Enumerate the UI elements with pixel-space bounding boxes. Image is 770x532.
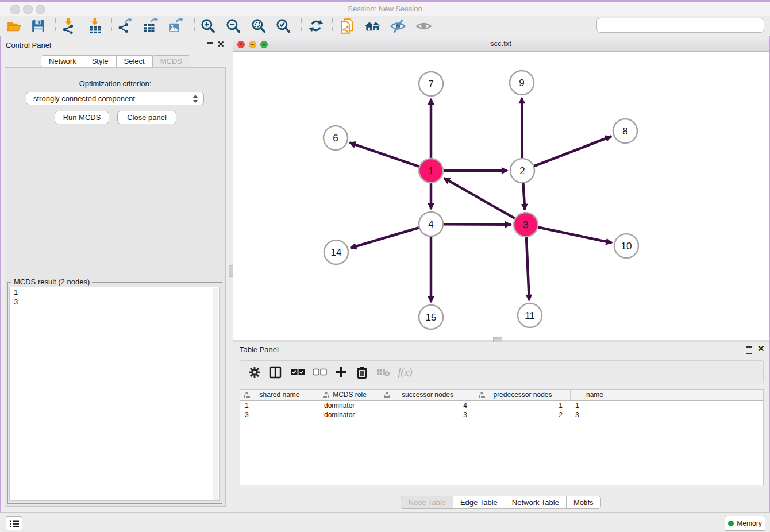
control-panel-header: Control Panel ✕ [0, 36, 231, 53]
column-header[interactable]: MCDS role [319, 390, 380, 400]
tab-mcds[interactable]: MCDS [153, 55, 190, 68]
export-network-icon [117, 18, 133, 34]
table-cell[interactable]: 3 [240, 410, 319, 419]
toolbar-separator [301, 18, 302, 33]
column-header-label: predecessor nodes [493, 391, 552, 399]
network-close-button[interactable]: × [237, 41, 245, 48]
add-column-button[interactable] [332, 364, 349, 381]
zoom-out-button[interactable] [224, 17, 242, 35]
table-settings-button[interactable] [246, 364, 263, 381]
checked-boxes-icon [291, 368, 305, 376]
graph-edge[interactable] [534, 136, 611, 166]
tab-style[interactable]: Style [84, 55, 117, 68]
graph-node-label: 9 [519, 78, 524, 88]
column-header[interactable]: predecessor nodes [475, 390, 571, 400]
table-cell[interactable]: dominator [319, 410, 380, 419]
network-canvas[interactable]: 7968124314101511 [233, 52, 769, 340]
toggle-columns-button[interactable] [267, 364, 284, 381]
graph-edge[interactable] [523, 183, 525, 210]
export-table-icon [143, 18, 159, 34]
table-cell[interactable]: 1 [240, 401, 319, 410]
import-table-button[interactable] [86, 17, 105, 35]
table-cell[interactable]: 3 [571, 410, 619, 419]
network-minimize-button[interactable]: − [249, 41, 256, 48]
column-header[interactable]: successor nodes [380, 390, 475, 400]
delete-column-button[interactable] [353, 364, 371, 381]
table-toolbar: f(x) [240, 360, 764, 383]
table-cell[interactable]: 1 [475, 401, 571, 410]
graph-node-label: 11 [525, 310, 535, 321]
mcds-result-box[interactable]: 13 [9, 287, 220, 501]
hide-selected-button[interactable] [388, 17, 407, 35]
table-cell[interactable]: 3 [380, 410, 475, 419]
tab-network-table[interactable]: Network Table [505, 496, 567, 509]
zoom-in-button[interactable] [199, 17, 217, 35]
network-graph[interactable]: 7968124314101511 [233, 52, 769, 340]
table-cell[interactable]: 4 [380, 401, 475, 410]
tab-edge-table[interactable]: Edge Table [453, 496, 505, 509]
mcds-result-title: MCDS result (2 nodes) [11, 277, 92, 286]
attribute-icon [384, 392, 390, 398]
table-row[interactable]: 1dominator411 [240, 401, 763, 410]
memory-button[interactable]: Memory [725, 516, 765, 531]
export-image-button[interactable] [167, 17, 185, 35]
zoom-fit-button[interactable] [249, 17, 268, 35]
search-input[interactable] [596, 18, 764, 33]
graph-edge[interactable] [444, 224, 511, 225]
column-header[interactable]: name [571, 390, 619, 400]
delete-table-button[interactable] [375, 364, 392, 381]
tab-network[interactable]: Network [41, 55, 84, 68]
duplicate-network-button[interactable] [338, 17, 356, 35]
deselect-all-button[interactable] [311, 364, 328, 381]
zoom-selected-button[interactable] [274, 17, 292, 35]
network-maximize-button[interactable]: + [260, 41, 268, 48]
float-panel-icon[interactable] [207, 41, 213, 52]
graph-edge[interactable] [538, 228, 612, 243]
table-cell[interactable]: 2 [475, 410, 571, 419]
close-panel-icon[interactable]: ✕ [217, 41, 225, 47]
network-window-title: scc.txt [233, 36, 769, 51]
save-session-button[interactable] [29, 17, 47, 35]
result-scrollbar[interactable] [213, 288, 218, 500]
function-builder-button[interactable]: f(x) [396, 364, 414, 381]
graph-node-label: 1 [428, 165, 433, 176]
export-table-button[interactable] [141, 17, 160, 35]
tab-motifs[interactable]: Motifs [567, 496, 601, 509]
apply-layout-button[interactable] [307, 17, 325, 35]
graph-edge[interactable] [522, 98, 522, 158]
attribute-icon [244, 392, 250, 398]
graph-edge[interactable] [444, 178, 515, 218]
zoom-fit-icon [251, 18, 267, 34]
close-panel-button[interactable]: Close panel [117, 111, 176, 124]
show-selected-button[interactable] [414, 17, 433, 35]
table-row[interactable]: 3dominator323 [240, 410, 763, 419]
import-network-icon [61, 18, 77, 34]
close-table-panel-icon[interactable]: ✕ [757, 346, 765, 352]
title-bar: Session: New Session [0, 2, 770, 17]
table-body: 1dominator4113dominator323 [240, 401, 763, 419]
export-network-button[interactable] [116, 17, 134, 35]
zoom-selected-icon [275, 18, 291, 34]
network-window-titlebar[interactable]: × − + scc.txt [233, 36, 769, 52]
select-all-button[interactable] [289, 364, 306, 381]
show-all-networks-button[interactable] [363, 17, 382, 35]
close-window-button[interactable] [10, 5, 20, 14]
run-mcds-button[interactable]: Run MCDS [55, 111, 109, 124]
list-icon [10, 520, 19, 527]
graph-edge[interactable] [526, 237, 529, 300]
open-session-button[interactable] [5, 17, 23, 35]
task-history-button[interactable] [6, 516, 22, 530]
tab-select[interactable]: Select [117, 55, 153, 68]
table-cell[interactable]: dominator [319, 401, 380, 410]
optimization-criterion-select[interactable]: strongly connected component [26, 92, 204, 105]
tab-node-table[interactable]: Node Table [401, 496, 453, 509]
graph-edge[interactable] [351, 228, 419, 248]
import-network-button[interactable] [60, 17, 78, 35]
table-cell[interactable]: 1 [571, 401, 619, 410]
column-header[interactable]: shared name [240, 390, 319, 400]
minimize-window-button[interactable] [23, 5, 33, 14]
graph-edge[interactable] [350, 142, 419, 166]
maximize-window-button[interactable] [36, 5, 45, 14]
float-table-panel-icon[interactable] [746, 346, 752, 356]
chevron-up-down-icon [192, 94, 198, 103]
